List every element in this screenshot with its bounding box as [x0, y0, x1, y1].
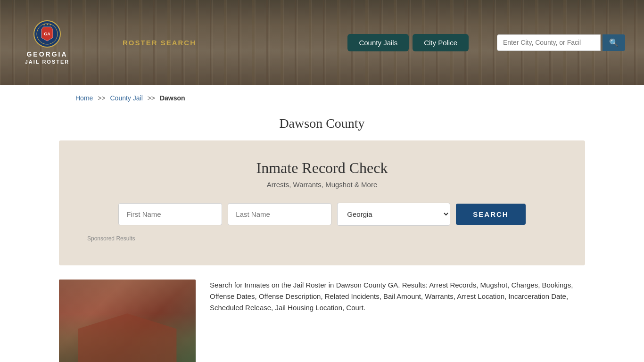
nav-buttons: County Jails City Police: [347, 34, 469, 51]
svg-text:GA: GA: [44, 32, 50, 36]
city-police-button[interactable]: City Police: [413, 34, 469, 51]
county-jails-button[interactable]: County Jails: [347, 34, 409, 51]
first-name-input[interactable]: [118, 203, 222, 225]
breadcrumb-current: Dawson: [160, 94, 185, 102]
header-search-input[interactable]: [497, 34, 601, 51]
header-search-button[interactable]: 🔍: [603, 34, 625, 51]
inmate-search-form: AlabamaAlaskaArizonaArkansasCaliforniaCo…: [87, 203, 557, 226]
county-building-image: [59, 280, 196, 362]
inmate-record-section: Inmate Record Check Arrests, Warrants, M…: [59, 140, 585, 265]
page-title: Dawson County: [0, 116, 644, 131]
logo-text: GEORGIA JAIL ROSTER: [25, 50, 70, 65]
site-header: GA ★ ★ ★ GEORGIA JAIL ROSTER ROSTER SEAR…: [0, 0, 644, 85]
inmate-record-title: Inmate Record Check: [87, 159, 557, 177]
last-name-input[interactable]: [228, 203, 331, 225]
breadcrumb: Home >> County Jail >> Dawson: [0, 85, 644, 111]
breadcrumb-sep-1: >>: [98, 94, 105, 102]
inmate-search-button[interactable]: SEARCH: [456, 204, 525, 225]
content-description: Search for Inmates on the Jail Roster in…: [210, 280, 585, 313]
logo-area: GA ★ ★ ★ GEORGIA JAIL ROSTER: [19, 20, 75, 65]
breadcrumb-county-jail[interactable]: County Jail: [110, 94, 143, 102]
svg-text:★ ★ ★: ★ ★ ★: [43, 23, 51, 26]
search-icon: 🔍: [609, 39, 619, 47]
state-select[interactable]: AlabamaAlaskaArizonaArkansasCaliforniaCo…: [337, 203, 450, 226]
header-search-area: 🔍: [497, 34, 625, 51]
breadcrumb-sep-2: >>: [148, 94, 155, 102]
inmate-record-subtitle: Arrests, Warrants, Mugshot & More: [87, 181, 557, 189]
sponsored-label: Sponsored Results: [87, 235, 557, 242]
georgia-seal-icon: GA ★ ★ ★: [33, 20, 61, 48]
roster-search-nav[interactable]: ROSTER SEARCH: [123, 39, 196, 47]
content-section: Search for Inmates on the Jail Roster in…: [0, 265, 644, 362]
breadcrumb-home[interactable]: Home: [75, 94, 93, 102]
page-title-section: Dawson County: [0, 111, 644, 140]
